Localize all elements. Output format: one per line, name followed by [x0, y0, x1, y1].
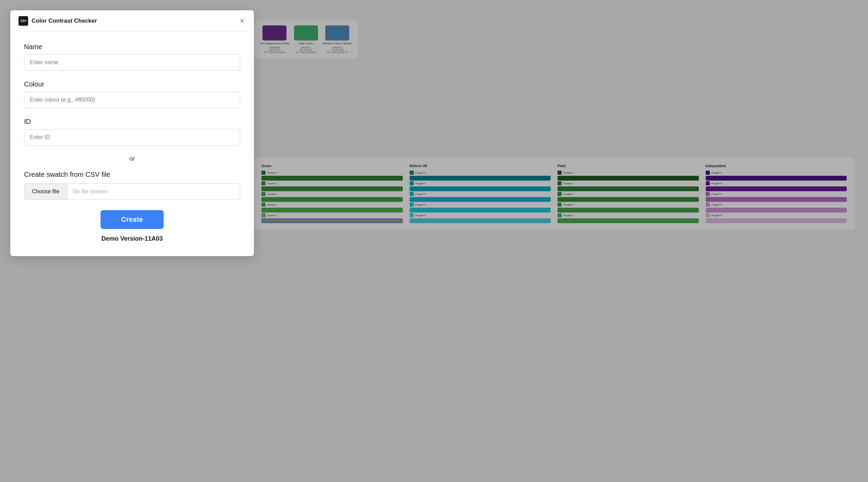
modal-body: Name Colour ID or Create swatch from CSV…: [10, 32, 254, 256]
colour-field-group: Colour: [24, 80, 240, 108]
colour-label: Colour: [24, 80, 240, 88]
or-divider: or: [24, 155, 240, 162]
choose-file-button[interactable]: Choose file: [24, 184, 67, 199]
colour-input[interactable]: [24, 92, 240, 108]
modal-overlay: </> Color Contrast Checker × Name Colour…: [0, 0, 868, 482]
name-label: Name: [24, 43, 240, 51]
id-field-group: ID: [24, 118, 240, 146]
file-input-wrapper: Choose file No file chosen: [24, 183, 240, 200]
close-button[interactable]: ×: [238, 16, 246, 26]
name-field-group: Name: [24, 43, 240, 71]
id-label: ID: [24, 118, 240, 126]
id-input[interactable]: [24, 129, 240, 146]
modal-header: </> Color Contrast Checker ×: [10, 10, 254, 32]
code-icon: </>: [19, 16, 28, 26]
create-button[interactable]: Create: [101, 210, 164, 229]
name-input[interactable]: [24, 54, 240, 71]
version-text: Demo Version-11A03: [24, 235, 240, 242]
modal-title: Color Contrast Checker: [32, 18, 97, 24]
file-name-display: No file chosen: [67, 184, 240, 199]
csv-section-label: Create swatch from CSV file: [24, 171, 240, 179]
modal-dialog: </> Color Contrast Checker × Name Colour…: [10, 10, 254, 256]
modal-title-area: </> Color Contrast Checker: [19, 16, 97, 26]
